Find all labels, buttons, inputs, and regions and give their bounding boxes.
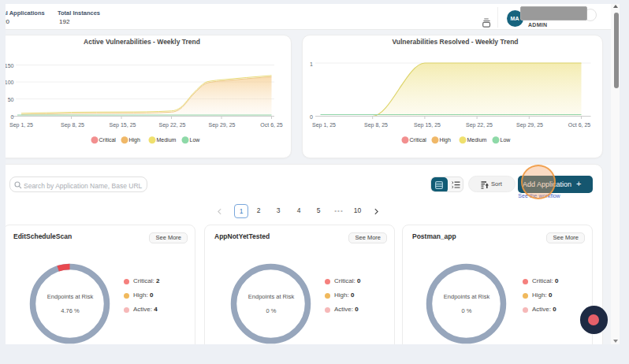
svg-text:Sep 29, 25: Sep 29, 25: [516, 122, 543, 128]
svg-text:100: 100: [6, 80, 14, 85]
svg-text:Sep 8, 25: Sep 8, 25: [364, 122, 388, 128]
svg-text:Medium: Medium: [467, 137, 487, 143]
svg-text:Critical: Critical: [99, 137, 117, 143]
svg-text:High: High: [129, 137, 141, 143]
svg-text:Low: Low: [190, 137, 201, 143]
svg-text:150: 150: [6, 63, 14, 69]
svg-text:Medium: Medium: [157, 137, 177, 143]
svg-text:Sep 1, 25: Sep 1, 25: [312, 122, 336, 128]
svg-text:Sep 22, 25: Sep 22, 25: [466, 122, 493, 128]
svg-text:1: 1: [310, 61, 313, 67]
svg-text:High: High: [440, 137, 452, 143]
svg-text:Oct 6, 25: Oct 6, 25: [260, 122, 283, 128]
svg-text:Sep 29, 25: Sep 29, 25: [209, 122, 236, 128]
svg-text:Sep 22, 25: Sep 22, 25: [159, 122, 186, 128]
svg-text:0: 0: [11, 114, 14, 120]
svg-text:Oct 6, 25: Oct 6, 25: [568, 122, 591, 128]
svg-text:0: 0: [310, 114, 313, 120]
svg-text:Critical: Critical: [410, 137, 427, 143]
svg-text:Sep 1, 25: Sep 1, 25: [9, 122, 33, 128]
svg-text:Sep 15, 25: Sep 15, 25: [110, 122, 136, 128]
svg-text:Sep 8, 25: Sep 8, 25: [61, 122, 84, 128]
svg-text:50: 50: [8, 97, 14, 102]
svg-text:Sep 15, 25: Sep 15, 25: [414, 122, 441, 128]
svg-text:Low: Low: [501, 137, 512, 143]
